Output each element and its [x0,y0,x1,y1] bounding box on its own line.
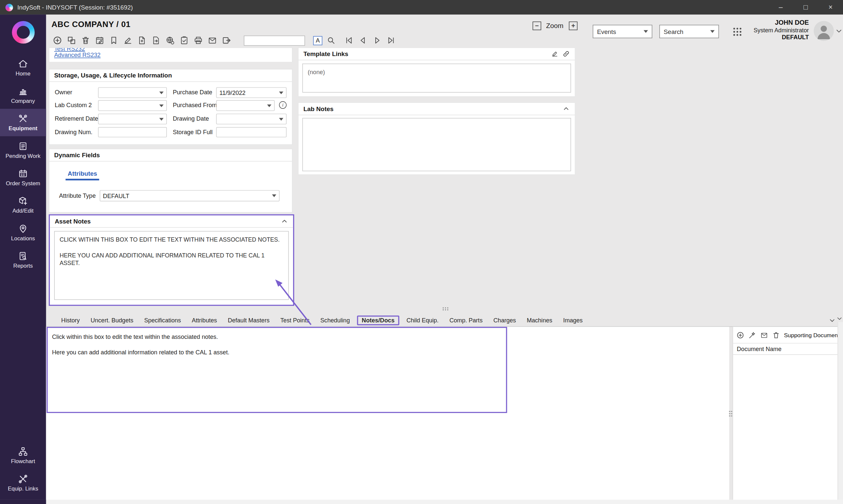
equipment-links-panel: Test RS232 Advanced RS232 [49,48,293,62]
email-document-icon[interactable] [760,331,769,339]
tab-charges[interactable]: Charges [488,316,522,325]
user-avatar[interactable] [814,21,834,41]
asset-notes-textarea[interactable]: CLICK WITHIN THIS BOX TO EDIT THE TEXT W… [54,231,288,300]
sidebar-item-company[interactable]: Company [0,82,46,109]
notes-docs-textarea[interactable]: Click within this box to edit the text w… [47,327,507,413]
document-add-icon[interactable] [137,36,147,45]
link-icon[interactable] [562,50,570,58]
bookmark-icon[interactable] [109,36,119,45]
dynamic-fields-header: Dynamic Fields [49,149,292,162]
tab-scheduling[interactable]: Scheduling [315,316,355,325]
clipboard-check-icon[interactable] [179,36,189,45]
template-links-content[interactable]: (none) [302,64,571,93]
tab-notes-docs[interactable]: Notes/Docs [357,316,399,325]
search-dropdown[interactable]: Search [659,25,719,38]
drawing-num-input[interactable] [98,127,167,138]
tab-test-points[interactable]: Test Points [275,316,315,325]
lab-custom-2-label: Lab Custom 2 [55,102,92,108]
maximize-button[interactable]: □ [793,0,818,15]
zoom-in-button[interactable]: + [569,21,578,30]
lab-custom-2-select[interactable] [98,100,167,111]
retirement-date-select[interactable] [98,114,167,125]
sidebar-item-equipment[interactable]: Equipment [0,109,46,136]
first-record-icon[interactable] [344,36,354,45]
document-name-column-header[interactable]: Document Name [733,343,838,355]
add-document-icon[interactable] [736,331,744,339]
delete-document-icon[interactable] [772,331,780,339]
tab-comp-parts[interactable]: Comp. Parts [444,316,488,325]
edit-tool-icon[interactable] [748,331,757,339]
user-info: JOHN DOE System Administrator DEFAULT [754,19,809,41]
vertical-scrollbar[interactable] [838,322,843,500]
collapse-chevron-up-icon[interactable] [562,105,570,113]
collapse-chevron-down-icon[interactable] [828,317,836,324]
purchased-from-select[interactable] [216,100,275,111]
match-case-button[interactable]: A [313,36,322,45]
sidebar-item-equip-links[interactable]: Equip. Links [0,469,46,497]
sidebar-item-label: Reports [13,263,33,269]
tab-default-masters[interactable]: Default Masters [222,316,275,325]
close-button[interactable]: × [818,0,843,15]
vertical-splitter-grip[interactable] [728,410,732,417]
purchase-date-select[interactable]: 11/9/2022 [216,87,287,98]
locations-icon [18,223,28,234]
user-menu-chevron-icon[interactable] [836,28,842,34]
previous-record-icon[interactable] [358,36,368,45]
document-export-icon[interactable] [222,36,231,45]
tab-history[interactable]: History [56,316,85,325]
test-rs232-link[interactable]: Test RS232 [54,48,287,52]
chevron-down-icon [159,118,163,120]
add-record-icon[interactable] [52,36,62,45]
advanced-rs232-link[interactable]: Advanced RS232 [54,52,287,58]
document-import-icon[interactable] [151,36,161,45]
document-list[interactable] [733,355,838,499]
drawing-date-select[interactable] [216,114,287,125]
minimize-button[interactable]: – [768,0,793,15]
search-icon[interactable] [327,36,335,44]
tab-child-equip[interactable]: Child Equip. [401,316,444,325]
tab-attributes[interactable]: Attributes [186,316,222,325]
supporting-documents-panel: Supporting Documents Document Name [733,327,838,500]
events-dropdown[interactable]: Events [593,25,652,38]
collapse-chevron-up-icon[interactable] [281,218,288,225]
info-icon[interactable]: i [279,101,287,109]
edit-pencil-icon[interactable] [551,50,559,58]
tab-uncert-budgets[interactable]: Uncert. Budgets [85,316,139,325]
lab-notes-panel: Lab Notes [298,102,575,175]
email-icon[interactable] [208,36,217,45]
edit-icon[interactable] [123,36,133,45]
sidebar-item-flowchart[interactable]: Flowchart [0,442,46,469]
sidebar-item-add-edit[interactable]: Add/Edit [0,191,46,218]
tab-attributes[interactable]: Attributes [66,170,99,180]
last-record-icon[interactable] [386,36,396,45]
sidebar-item-order-system[interactable]: Order System [0,164,46,191]
sidebar-item-locations[interactable]: Locations [0,218,46,246]
app-grid-icon[interactable] [732,26,743,37]
owner-select[interactable] [98,87,167,98]
delete-record-icon[interactable] [81,36,91,45]
tab-specifications[interactable]: Specifications [139,316,186,325]
storage-id-full-input[interactable] [216,127,287,138]
horizontal-scrollbar[interactable] [46,500,843,504]
horizontal-splitter-grip[interactable] [442,307,449,310]
attribute-type-select[interactable]: DEFAULT [100,190,279,201]
storage-id-full-label: Storage ID Full [173,129,213,135]
zoom-out-button[interactable]: − [533,21,541,30]
lab-notes-textarea[interactable] [302,118,571,172]
sidebar-nav: Home Company Equipment Pending Work Orde… [0,54,46,273]
dynamic-fields-panel: Dynamic Fields Attributes Attribute Type… [49,149,293,213]
toolbar-search-input[interactable] [244,35,305,46]
web-link-icon[interactable] [165,36,175,45]
print-icon[interactable] [193,36,203,45]
tab-machines[interactable]: Machines [522,316,558,325]
sidebar-item-reports[interactable]: Reports [0,246,46,274]
next-record-icon[interactable] [372,36,382,45]
sidebar-item-home[interactable]: Home [0,54,46,81]
company-icon [18,86,28,96]
sidebar-item-pending-work[interactable]: Pending Work [0,136,46,163]
copy-record-icon[interactable] [67,36,76,45]
storage-section-body: Owner Purchase Date 11/9/2022 Lab Custom… [49,82,292,145]
scroll-chevron-down-icon[interactable] [836,315,843,322]
calendar-edit-icon[interactable] [95,36,105,45]
tab-images[interactable]: Images [558,316,588,325]
